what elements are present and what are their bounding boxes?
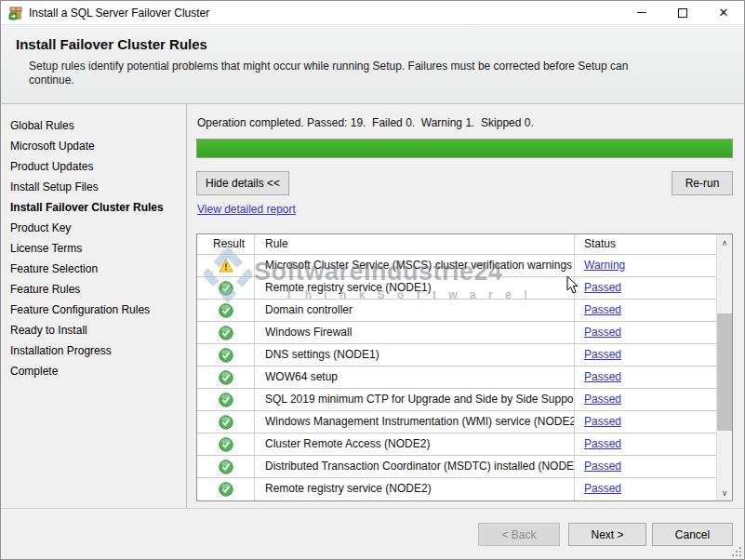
result-cell [197,389,255,410]
warning-icon [219,259,233,273]
status-cell: Passed [575,389,716,410]
sidebar-item[interactable]: Install Setup Files [1,177,186,197]
table-row: Windows Management Instrumentation (WMI)… [197,411,716,433]
sidebar-item[interactable]: Install Failover Cluster Rules [1,197,186,218]
sidebar-item[interactable]: Feature Selection [1,259,186,279]
result-cell [197,367,255,388]
title-bar: Install a SQL Server Failover Cluster ✕ [1,1,744,25]
status-link[interactable]: Passed [575,456,621,477]
app-icon [8,6,23,20]
rerun-button[interactable]: Re-run [672,171,733,195]
status-link[interactable]: Passed [575,367,621,388]
maximize-icon [678,8,687,18]
passed-icon [219,415,233,430]
table-row: SQL 2019 minimum CTP for Upgrade and Sid… [197,389,716,411]
minimize-button[interactable] [621,1,662,24]
sidebar-item[interactable]: Complete [1,361,186,381]
setup-wizard-window: Install a SQL Server Failover Cluster ✕ … [0,0,745,560]
rule-cell: Cluster Remote Access (NODE2) [255,433,575,455]
sidebar-item[interactable]: Product Key [1,218,186,238]
rules-table: Result Rule Status [196,233,733,501]
passed-icon [219,482,233,497]
scroll-down-icon[interactable]: ∨ [717,485,732,500]
sidebar-item[interactable]: Product Updates [1,156,186,177]
sidebar-item[interactable]: Feature Rules [1,279,186,300]
sidebar-item[interactable]: License Terms [1,238,186,259]
status-link[interactable]: Warning [575,255,625,276]
scrollbar-track[interactable] [717,250,732,485]
scrollbar-thumb[interactable] [717,313,732,431]
table-row: Cluster Remote Access (NODE2) Passed [197,433,716,456]
result-cell [197,433,255,455]
passed-icon [219,303,233,318]
result-cell [197,277,255,299]
status-link[interactable]: Passed [575,433,621,455]
page-description: Setup rules identify potential problems … [1,52,633,87]
result-cell [197,255,255,276]
status-cell: Passed [575,322,716,343]
rule-cell: Windows Management Instrumentation (WMI)… [255,411,575,433]
column-header-status: Status [575,234,716,254]
resize-grip[interactable] [732,547,741,556]
cancel-button[interactable]: Cancel [652,523,733,546]
result-cell [197,478,255,500]
table-row: WOW64 setup Passed [197,367,716,389]
result-cell [197,411,255,433]
sidebar-item[interactable]: Microsoft Update [1,136,186,156]
rule-cell: Distributed Transaction Coordinator (MSD… [255,456,575,477]
column-header-result: Result [197,234,255,254]
hide-details-button[interactable]: Hide details << [196,171,289,195]
table-row: Windows Firewall Passed [197,322,716,344]
next-button[interactable]: Next > [568,523,646,546]
sidebar-item[interactable]: Ready to Install [1,320,186,340]
status-link[interactable]: Passed [575,411,621,433]
status-link[interactable]: Passed [575,322,621,343]
sidebar-item[interactable]: Feature Configuration Rules [1,300,186,320]
table-row: Remote registry service (NODE1) Passed [197,277,716,300]
status-cell: Passed [575,367,716,388]
footer-divider [1,508,744,509]
status-cell: Passed [575,277,716,299]
result-cell [197,456,255,477]
close-button[interactable]: ✕ [703,1,744,24]
minimize-icon [637,12,646,13]
scroll-up-icon[interactable]: ∧ [717,234,732,250]
window-title: Install a SQL Server Failover Cluster [29,7,209,20]
sidebar-nav: Global RulesMicrosoft UpdateProduct Upda… [1,104,187,508]
table-scrollbar[interactable]: ∧ ∨ [716,234,732,500]
main-content: Operation completed. Passed: 19. Failed … [196,104,734,508]
status-link[interactable]: Passed [575,300,621,321]
rule-cell: Windows Firewall [255,322,575,343]
status-link[interactable]: Passed [575,389,621,410]
status-cell: Passed [575,433,716,455]
result-cell [197,344,255,366]
table-row: Distributed Transaction Coordinator (MSD… [197,456,716,478]
status-link[interactable]: Passed [575,344,621,366]
status-link[interactable]: Passed [575,478,621,500]
status-cell: Passed [575,344,716,366]
result-cell [197,300,255,321]
status-link[interactable]: Passed [575,277,621,299]
status-cell: Warning [575,255,716,276]
back-button[interactable]: < Back [478,523,560,546]
column-header-rule: Rule [255,234,575,254]
sidebar-item[interactable]: Global Rules [1,115,186,136]
status-cell: Passed [575,456,716,477]
table-header-row: Result Rule Status [197,234,716,255]
passed-icon [219,326,233,340]
table-row: DNS settings (NODE1) Passed [197,344,716,367]
table-row: Domain controller Passed [197,300,716,322]
maximize-button[interactable] [662,1,703,24]
progress-bar [196,139,733,158]
status-cell: Passed [575,411,716,433]
rule-cell: SQL 2019 minimum CTP for Upgrade and Sid… [255,389,575,410]
view-detailed-report-link[interactable]: View detailed report [197,203,296,216]
passed-icon [219,348,233,363]
rule-cell: DNS settings (NODE1) [255,344,575,366]
rule-cell: WOW64 setup [255,367,575,388]
status-cell: Passed [575,478,716,500]
rule-cell: Domain controller [255,300,575,321]
sidebar-item[interactable]: Installation Progress [1,340,186,361]
passed-icon [219,460,233,474]
progress-bar-fill [197,140,732,157]
